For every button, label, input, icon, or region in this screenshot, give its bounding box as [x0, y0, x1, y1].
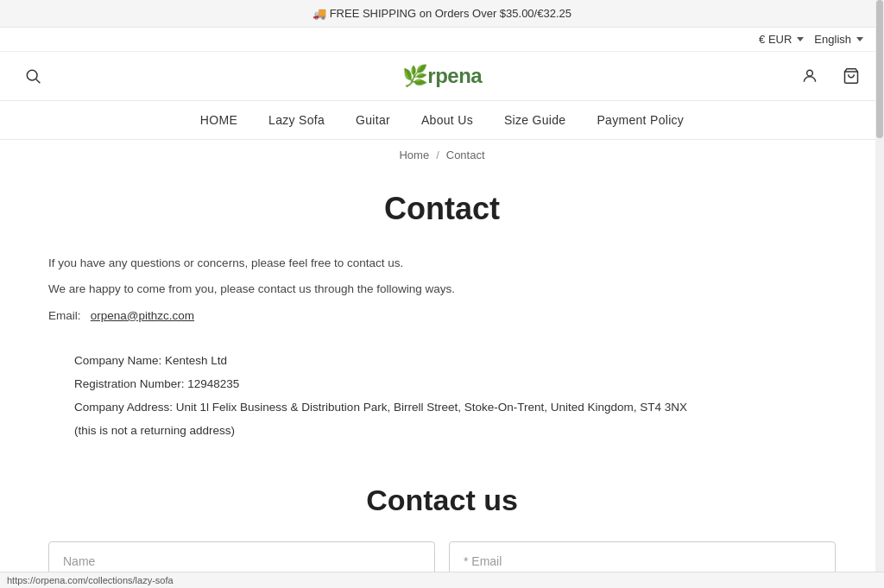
currency-selector[interactable]: € EUR [759, 33, 804, 46]
email-link[interactable]: orpena@pithzc.com [91, 309, 194, 322]
search-button[interactable] [21, 64, 45, 88]
nav-item-lazy-sofa[interactable]: Lazy Sofa [268, 113, 325, 127]
cart-icon [843, 67, 860, 85]
site-logo[interactable]: 🌿rpena [402, 64, 482, 87]
free-shipping-banner: 🚚 FREE SHIPPING on Orders Over $35.00/€3… [0, 0, 884, 28]
nav-item-payment-policy[interactable]: Payment Policy [597, 113, 684, 127]
status-url: https://orpena.com/collections/lazy-sofa [7, 575, 174, 585]
contact-us-section: Contact us [48, 484, 836, 581]
breadcrumb-separator: / [436, 149, 439, 161]
language-label: English [814, 33, 851, 46]
nav-item-guitar[interactable]: Guitar [356, 113, 390, 127]
logo-text: rpena [427, 64, 482, 87]
registration-number: Registration Number: 12948235 [74, 374, 836, 395]
currency-label: € EUR [759, 33, 792, 46]
address-note: (this is not a returning address) [74, 420, 836, 442]
currency-chevron-icon [797, 37, 804, 41]
contact-us-title: Contact us [48, 484, 836, 517]
contact-intro: If you have any questions or concerns, p… [48, 255, 836, 325]
email-line: Email: orpena@pithzc.com [48, 307, 836, 325]
svg-point-2 [807, 70, 813, 76]
page-title: Contact [48, 191, 836, 227]
header-right [798, 64, 863, 88]
svg-point-0 [27, 70, 37, 80]
company-address: Company Address: Unit 1l Felix Business … [74, 397, 836, 419]
page-content: Contact If you have any questions or con… [28, 170, 856, 588]
nav-item-size-guide[interactable]: Size Guide [504, 113, 565, 127]
language-chevron-icon [856, 37, 863, 41]
scrollbar-track[interactable] [875, 0, 884, 588]
breadcrumb-current: Contact [446, 149, 485, 161]
svg-line-1 [36, 79, 41, 84]
utility-bar: € EUR English [0, 28, 884, 52]
nav-item-home[interactable]: HOME [200, 113, 237, 127]
banner-text: 🚚 FREE SHIPPING on Orders Over $35.00/€3… [313, 7, 571, 20]
site-header: 🌿rpena [0, 52, 884, 101]
company-name: Company Name: Kentesh Ltd [74, 351, 836, 372]
nav-item-about-us[interactable]: About Us [421, 113, 473, 127]
cart-button[interactable] [839, 64, 863, 88]
scrollbar-thumb[interactable] [876, 0, 883, 138]
logo-icon: 🌿 [402, 64, 428, 87]
main-nav: HOME Lazy Sofa Guitar About Us Size Guid… [0, 101, 884, 140]
account-icon [801, 67, 818, 85]
logo-area[interactable]: 🌿rpena [402, 64, 482, 88]
header-left [21, 64, 45, 88]
intro-line-2: We are happy to come from you, please co… [48, 281, 836, 298]
language-selector[interactable]: English [814, 33, 863, 46]
email-label: Email: [48, 309, 81, 322]
breadcrumb-home[interactable]: Home [399, 149, 429, 161]
company-info: Company Name: Kentesh Ltd Registration N… [74, 351, 836, 442]
intro-line-1: If you have any questions or concerns, p… [48, 255, 836, 272]
account-button[interactable] [798, 64, 822, 88]
breadcrumb: Home / Contact [0, 140, 884, 170]
status-bar: https://orpena.com/collections/lazy-sofa [0, 572, 884, 588]
search-icon [24, 67, 41, 85]
